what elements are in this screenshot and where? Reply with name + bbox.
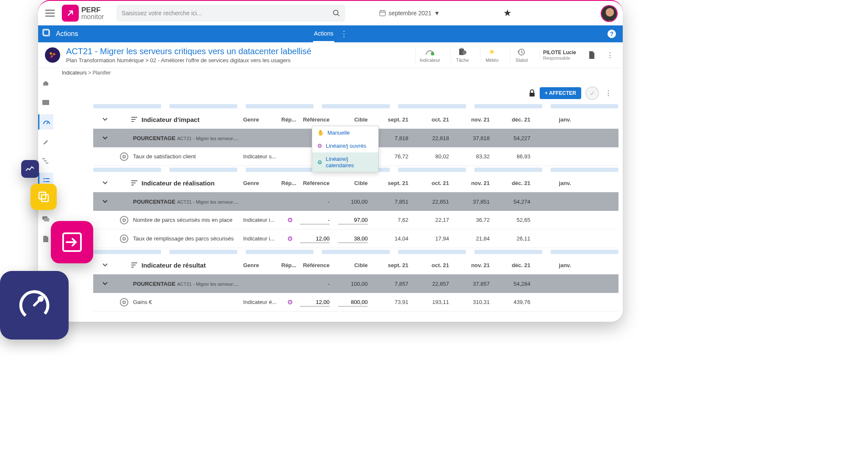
indicator-row[interactable]: Gains € Indicateur é... ⚙ 73,91 193,11 3… (93, 293, 618, 312)
group-collapse[interactable] (93, 282, 117, 286)
gear-icon[interactable]: ⚙ (280, 235, 300, 243)
gear-icon[interactable]: ⚙ (280, 298, 300, 306)
affect-button[interactable]: + AFFECTER (540, 87, 581, 99)
col-m2[interactable]: oct. 21 (410, 116, 451, 123)
section-bar: Actions Actions ⋮ ? (38, 25, 623, 42)
sort-icon[interactable] (131, 262, 137, 268)
scroll-strip[interactable] (93, 250, 618, 254)
crumb-current: Planifier (92, 70, 111, 76)
dropdown-lineaire-calendaires[interactable]: ⚙Linéaire/j calendaires (312, 152, 378, 172)
col-reference[interactable]: Référence (300, 262, 331, 268)
col-m2[interactable]: oct. 21 (410, 180, 451, 186)
table-more-button[interactable]: ⋮ (603, 89, 613, 97)
col-m5[interactable]: janv. (532, 262, 573, 268)
gear-icon: ⚙ (317, 159, 322, 166)
menu-button[interactable] (42, 6, 58, 21)
rail-home[interactable] (38, 75, 53, 91)
status-tache[interactable]: Tâche (450, 47, 474, 63)
col-m4[interactable]: déc. 21 (491, 180, 532, 186)
col-rep[interactable]: Rép... (280, 180, 300, 186)
gear-icon[interactable]: ⚙ (280, 216, 300, 224)
search-input[interactable] (122, 10, 340, 17)
status-indicateur[interactable]: Indicateur (415, 47, 444, 63)
col-m5[interactable]: janv. (532, 180, 573, 186)
validate-button[interactable]: ✓ (585, 86, 599, 100)
chevron-down-icon: ▼ (434, 10, 440, 17)
reference-cell[interactable] (300, 216, 331, 224)
pilot-box[interactable]: PILOTE Lucie Responsable (539, 50, 580, 61)
dropdown-manuelle[interactable]: ✋Manuelle (312, 126, 378, 139)
indicator-row[interactable]: Nombre de parcs sécurisés mis en place I… (93, 211, 618, 229)
group-collapse[interactable] (93, 136, 117, 140)
action-more-button[interactable]: ⋮ (604, 51, 616, 59)
col-m4[interactable]: déc. 21 (491, 116, 532, 123)
cible-input[interactable] (338, 216, 368, 224)
sort-icon[interactable] (131, 117, 137, 122)
target-icon (117, 235, 131, 243)
col-cible[interactable]: Cible (331, 262, 369, 268)
col-m2[interactable]: oct. 21 (410, 262, 451, 268)
cible-cell[interactable] (331, 216, 369, 224)
rail-edit[interactable] (38, 134, 53, 149)
reference-input[interactable] (300, 216, 330, 224)
period-selector[interactable]: septembre 2021 ▼ (379, 10, 440, 17)
col-m4[interactable]: déc. 21 (491, 262, 532, 268)
help-button[interactable]: ? (607, 30, 616, 38)
col-m5[interactable]: janv. (532, 116, 573, 123)
user-avatar[interactable] (602, 6, 617, 21)
section-collapse[interactable] (93, 263, 117, 267)
rail-chat[interactable] (38, 212, 53, 227)
col-m3[interactable]: nov. 21 (451, 262, 491, 268)
reference-input[interactable] (300, 298, 330, 307)
reference-input[interactable] (300, 235, 330, 243)
group-row[interactable]: POURCENTAGEACT21 - Migrer les serveurs c… (93, 274, 618, 293)
indicator-row[interactable]: Taux de remplissage des parcs sécurisés … (93, 229, 618, 248)
col-rep[interactable]: Rép... (280, 116, 300, 123)
section-name: Indicateur de résultat (141, 262, 206, 269)
search-bar[interactable] (116, 5, 345, 22)
col-m3[interactable]: nov. 21 (451, 116, 491, 123)
sort-icon[interactable] (131, 180, 137, 185)
col-cible[interactable]: Cible (331, 180, 369, 186)
reference-cell[interactable] (300, 235, 331, 243)
col-genre[interactable]: Genre (241, 180, 280, 186)
col-m1[interactable]: sept. 21 (369, 180, 410, 186)
action-type-icon (45, 47, 60, 63)
left-rail (38, 73, 53, 246)
col-cible[interactable]: Cible (331, 116, 369, 123)
cible-input[interactable] (338, 235, 368, 243)
col-reference[interactable]: Référence (300, 180, 331, 186)
table-toolbar: + AFFECTER ✓ ⋮ (93, 84, 618, 102)
col-m3[interactable]: nov. 21 (451, 180, 491, 186)
logo[interactable]: PERF monitor (62, 5, 104, 22)
col-rep[interactable]: Rép... (280, 262, 300, 268)
document-icon[interactable] (585, 51, 598, 59)
crumb-indicateurs[interactable]: Indicateurs (62, 70, 87, 76)
rail-timeline[interactable] (38, 153, 53, 168)
breadcrumb: Indicateurs > Planifier (38, 68, 623, 77)
status-statut[interactable]: Statut (510, 47, 533, 63)
tab-actions[interactable]: Actions (313, 25, 334, 42)
col-m1[interactable]: sept. 21 (369, 262, 410, 268)
reference-cell[interactable] (300, 298, 331, 307)
cible-cell[interactable] (331, 298, 369, 307)
lock-icon[interactable] (529, 89, 535, 97)
col-genre[interactable]: Genre (241, 262, 280, 268)
col-reference[interactable]: Référence (300, 116, 331, 123)
tabs-more[interactable]: ⋮ (340, 29, 348, 39)
group-row[interactable]: POURCENTAGEACT21 - Migrer les serveurs c… (93, 192, 618, 211)
rail-gauge[interactable] (38, 114, 53, 130)
section-collapse[interactable] (93, 181, 117, 185)
col-genre[interactable]: Genre (241, 116, 280, 123)
rail-card[interactable] (38, 95, 53, 110)
favorites-button[interactable]: ★ (503, 8, 512, 19)
status-meteo[interactable]: ☀ Météo (480, 47, 504, 63)
scroll-strip-top[interactable] (93, 104, 618, 108)
dropdown-lineaire-ouvres[interactable]: ⚙Linéaire/j ouvrés (312, 139, 378, 152)
group-collapse[interactable] (93, 199, 117, 204)
cible-cell[interactable] (331, 235, 369, 243)
cible-input[interactable] (338, 298, 368, 307)
section-collapse[interactable] (93, 117, 117, 122)
search-icon[interactable] (333, 9, 340, 17)
col-m1[interactable]: sept. 21 (369, 116, 410, 123)
